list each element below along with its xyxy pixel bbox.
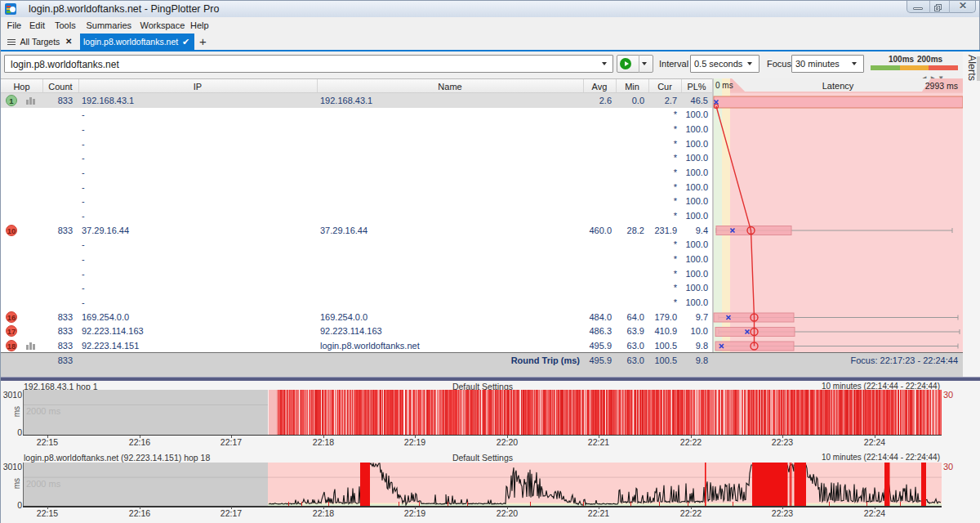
svg-text:2993 ms: 2993 ms <box>925 81 958 91</box>
svg-text:2000 ms: 2000 ms <box>26 406 61 416</box>
svg-text:2000 ms: 2000 ms <box>26 479 61 489</box>
svg-text:Latency: Latency <box>822 81 854 91</box>
svg-text:0 ms: 0 ms <box>715 81 733 90</box>
